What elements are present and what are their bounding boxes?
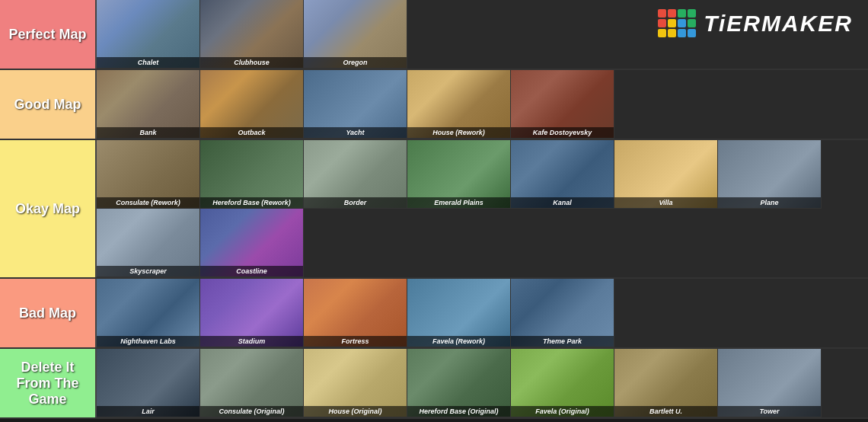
- tier-label-good: Good Map: [0, 70, 95, 139]
- map-card-chalet[interactable]: Chalet: [97, 0, 200, 69]
- map-name-label: House (Rework): [407, 127, 510, 138]
- map-card-bank[interactable]: Bank: [97, 70, 200, 139]
- map-card-emerald-plains[interactable]: Emerald Plains: [407, 140, 511, 209]
- tier-label-perfect: Perfect Map: [0, 0, 95, 69]
- map-card-theme-park[interactable]: Theme Park: [511, 279, 614, 347]
- tier-cards-good: BankOutbackYachtHouse (Rework)Kafe Dosto…: [95, 70, 868, 139]
- map-name-label: House (Original): [304, 406, 407, 417]
- map-name-label: Clubhouse: [200, 57, 303, 68]
- map-name-label: Border: [304, 197, 407, 208]
- tier-row-okay: Okay MapConsulate (Rework)Hereford Base …: [0, 140, 868, 279]
- map-card-lair[interactable]: Lair: [97, 349, 200, 417]
- map-name-label: Favela (Rework): [407, 336, 510, 347]
- map-card-villa[interactable]: Villa: [614, 140, 718, 209]
- tier-list: Perfect MapChaletClubhouseOregonGood Map…: [0, 0, 868, 419]
- map-card-consulate--rework-[interactable]: Consulate (Rework): [97, 140, 200, 209]
- tier-cards-bad: Nighthaven LabsStadiumFortressFavela (Re…: [95, 279, 868, 347]
- map-card-house--rework-[interactable]: House (Rework): [407, 70, 511, 139]
- map-name-label: Favela (Original): [511, 406, 614, 417]
- map-name-label: Villa: [614, 197, 717, 208]
- map-name-label: Hereford Base (Rework): [200, 197, 303, 208]
- tiermaker-logo-text: TiERMAKER: [704, 11, 853, 37]
- map-name-label: Consulate (Rework): [97, 197, 199, 208]
- tier-cards-delete: LairConsulate (Original)House (Original)…: [95, 349, 868, 417]
- map-name-label: Bank: [97, 127, 199, 138]
- map-card-outback[interactable]: Outback: [200, 70, 304, 139]
- tier-label-delete: Delete It From The Game: [0, 349, 95, 417]
- tier-row-delete: Delete It From The GameLairConsulate (Or…: [0, 349, 868, 419]
- map-card-coastline[interactable]: Coastline: [200, 209, 304, 277]
- tier-cards-okay: Consulate (Rework)Hereford Base (Rework)…: [95, 140, 868, 277]
- map-card-stadium[interactable]: Stadium: [200, 279, 304, 347]
- map-card-kafe-dostoyevsky[interactable]: Kafe Dostoyevsky: [511, 70, 614, 139]
- tier-row-good: Good MapBankOutbackYachtHouse (Rework)Ka…: [0, 70, 868, 140]
- map-name-label: Fortress: [304, 336, 407, 347]
- map-card-house--original-[interactable]: House (Original): [304, 349, 407, 417]
- tier-row-bad: Bad MapNighthaven LabsStadiumFortressFav…: [0, 279, 868, 349]
- map-card-favela--rework-[interactable]: Favela (Rework): [407, 279, 511, 347]
- map-name-label: Emerald Plains: [407, 197, 510, 208]
- map-name-label: Oregon: [304, 57, 407, 68]
- map-name-label: Tower: [718, 406, 821, 417]
- map-card-favela--original-[interactable]: Favela (Original): [511, 349, 614, 417]
- map-card-clubhouse[interactable]: Clubhouse: [200, 0, 304, 69]
- map-card-yacht[interactable]: Yacht: [304, 70, 407, 139]
- map-name-label: Plane: [718, 197, 821, 208]
- map-name-label: Bartlett U.: [614, 406, 717, 417]
- map-name-label: Nighthaven Labs: [97, 336, 199, 347]
- map-card-plane[interactable]: Plane: [718, 140, 822, 209]
- map-card-fortress[interactable]: Fortress: [304, 279, 407, 347]
- map-card-hereford-base--original-[interactable]: Hereford Base (Original): [407, 349, 511, 417]
- map-name-label: Consulate (Original): [200, 406, 303, 417]
- map-name-label: Lair: [97, 406, 199, 417]
- map-name-label: Stadium: [200, 336, 303, 347]
- map-name-label: Kafe Dostoyevsky: [511, 127, 614, 138]
- map-card-tower[interactable]: Tower: [718, 349, 822, 417]
- map-card-hereford-base--rework-[interactable]: Hereford Base (Rework): [200, 140, 304, 209]
- map-card-oregon[interactable]: Oregon: [304, 0, 407, 69]
- map-name-label: Yacht: [304, 127, 407, 138]
- map-card-border[interactable]: Border: [304, 140, 407, 209]
- map-card-bartlett-u-[interactable]: Bartlett U.: [614, 349, 718, 417]
- map-card-nighthaven-labs[interactable]: Nighthaven Labs: [97, 279, 200, 347]
- map-name-label: Coastline: [200, 266, 303, 277]
- tier-label-okay: Okay Map: [0, 140, 95, 277]
- map-card-skyscraper[interactable]: Skyscraper: [97, 209, 200, 277]
- map-card-consulate--original-[interactable]: Consulate (Original): [200, 349, 304, 417]
- map-name-label: Theme Park: [511, 336, 614, 347]
- tier-label-bad: Bad Map: [0, 279, 95, 347]
- map-name-label: Skyscraper: [97, 266, 199, 277]
- map-name-label: Chalet: [97, 57, 199, 68]
- map-name-label: Kanal: [511, 197, 614, 208]
- map-name-label: Outback: [200, 127, 303, 138]
- map-card-kanal[interactable]: Kanal: [511, 140, 614, 209]
- map-name-label: Hereford Base (Original): [407, 406, 510, 417]
